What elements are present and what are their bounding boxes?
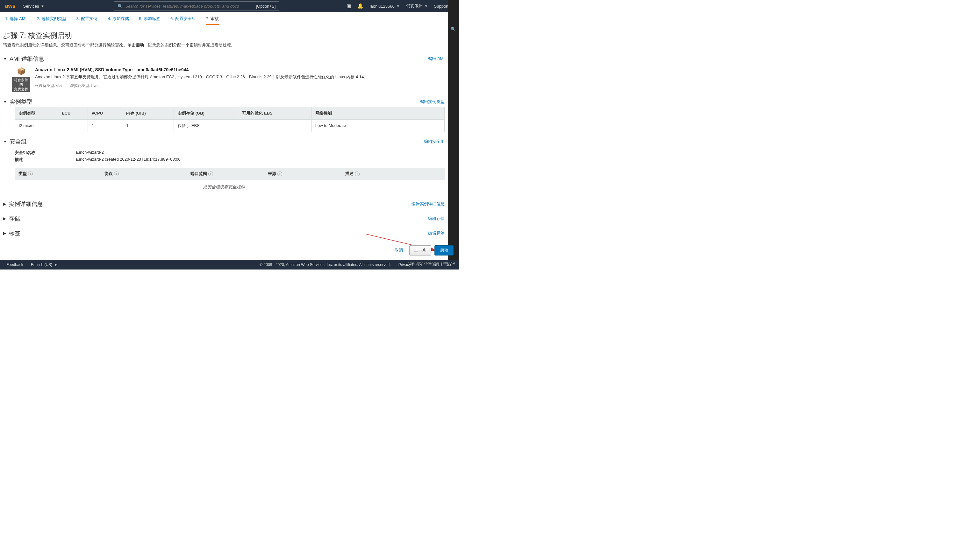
- wizard-step-7[interactable]: 7. 审核: [206, 16, 219, 25]
- caret-down-icon: ▼: [425, 5, 428, 8]
- page-title: 步骤 7: 核查实例启动: [3, 31, 445, 40]
- wizard-step-2[interactable]: 2. 选择实例类型: [37, 16, 66, 25]
- section-instance-details: ▶ 实例详细信息 编辑实例详细信息: [3, 199, 445, 209]
- table-row: t2.micro - 1 1 仅限于 EBS - Low to Moderate: [15, 119, 445, 132]
- sg-desc-value: launch-wizard-2 created 2020-12-23T18:14…: [75, 157, 181, 162]
- launch-button[interactable]: 启动: [435, 245, 453, 255]
- root-device-type: 根设备类型: ebs: [35, 83, 62, 88]
- bell-icon[interactable]: 🔔: [357, 3, 363, 9]
- bottom-footer: Feedback English (US) ▼ © 2008 - 2020, A…: [0, 260, 459, 269]
- expand-icon[interactable]: ▶: [3, 231, 6, 235]
- services-menu[interactable]: Services ▼: [23, 4, 44, 9]
- table-header-row: 类型i 协议i 端口范围i 来源i 描述i: [15, 168, 445, 180]
- edit-storage-link[interactable]: 编辑存储: [428, 216, 445, 221]
- search-wrap: 🔍 [Option+S]: [114, 1, 279, 11]
- expand-icon[interactable]: ▶: [3, 202, 6, 206]
- sg-name-label: 安全组名称: [15, 150, 75, 156]
- wizard-steps: 1. 选择 AMI 2. 选择实例类型 3. 配置实例 4. 添加存储 5. 添…: [0, 12, 448, 29]
- ami-description: Amazon Linux 2 享有五年支持服务。它通过附加部分提供针对 Amaz…: [35, 74, 445, 80]
- section-title-security: 安全组: [9, 138, 27, 145]
- wizard-step-3[interactable]: 3. 配置实例: [76, 16, 98, 25]
- language-selector[interactable]: English (US) ▼: [31, 263, 57, 267]
- section-ami: ▼ AMI 详细信息 编辑 AMI 📦 符合条件的 免费套餐 Amazon Li…: [3, 54, 445, 92]
- section-instance-type: ▼ 实例类型 编辑实例类型 实例类型 ECU vCPU 内存 (GiB) 实例存…: [3, 97, 445, 132]
- support-label: Support: [434, 4, 449, 9]
- section-title-details: 实例详细信息: [9, 200, 43, 208]
- instance-type-table: 实例类型 ECU vCPU 内存 (GiB) 实例存储 (GB) 可用的优化 E…: [15, 107, 445, 132]
- info-icon[interactable]: i: [208, 172, 213, 176]
- section-title-instance-type: 实例类型: [9, 98, 33, 106]
- wizard-step-4[interactable]: 4. 添加存储: [108, 16, 129, 25]
- cloudshell-icon[interactable]: ▣: [346, 3, 351, 9]
- side-dock: 🔍: [448, 0, 459, 269]
- section-title-ami: AMI 详细信息: [9, 55, 44, 63]
- search-input[interactable]: [125, 4, 256, 9]
- username-label: laoniu123666: [370, 4, 395, 9]
- collapse-icon[interactable]: ▼: [3, 57, 7, 61]
- search-box[interactable]: 🔍 [Option+S]: [114, 1, 279, 11]
- region-label: 俄亥俄州: [406, 3, 423, 9]
- edit-tags-link[interactable]: 编辑标签: [428, 230, 445, 236]
- info-icon[interactable]: i: [114, 172, 119, 176]
- edit-security-link[interactable]: 编辑安全组: [424, 139, 445, 144]
- wizard-step-5[interactable]: 5. 添加标签: [139, 16, 160, 25]
- sg-name-value: launch-wizard-2: [75, 150, 104, 156]
- footer-buttons: 取消 上一步 启动: [391, 245, 453, 255]
- collapse-icon[interactable]: ▼: [3, 139, 7, 144]
- aws-logo[interactable]: aws: [5, 3, 16, 9]
- sg-empty-message: 此安全组没有安全规则: [3, 180, 445, 194]
- edit-instance-type-link[interactable]: 编辑实例类型: [420, 99, 445, 105]
- collapse-icon[interactable]: ▼: [3, 100, 7, 104]
- free-tier-badge: 符合条件的 免费套餐: [12, 77, 30, 92]
- region-menu[interactable]: 俄亥俄州 ▼: [406, 3, 428, 9]
- expand-icon[interactable]: ▶: [3, 217, 6, 221]
- edit-ami-link[interactable]: 编辑 AMI: [428, 56, 445, 62]
- page-description: 请查看您实例启动的详细信息。您可返回对每个部分进行编辑更改。单击启动，以为您的实…: [3, 42, 445, 48]
- section-storage: ▶ 存储 编辑存储: [3, 213, 445, 224]
- ami-title: Amazon Linux 2 AMI (HVM), SSD Volume Typ…: [35, 67, 445, 72]
- main-content: 步骤 7: 核查实例启动 请查看您实例启动的详细信息。您可返回对每个部分进行编辑…: [0, 29, 448, 238]
- search-icon: 🔍: [118, 4, 123, 9]
- cancel-button[interactable]: 取消: [391, 246, 406, 255]
- services-label: Services: [23, 4, 39, 9]
- copyright-text: © 2008 - 2020, Amazon Web Services, Inc.…: [259, 263, 391, 267]
- aws-header: aws Services ▼ 🔍 [Option+S] ▣ 🔔 laoniu12…: [0, 0, 459, 12]
- caret-down-icon: ▼: [41, 5, 44, 8]
- caret-down-icon: ▼: [54, 263, 57, 267]
- virtualization-type: 虚拟化类型: hvm: [70, 83, 98, 88]
- watermark: https://blog.csdn.net/u_41389354: [408, 261, 455, 265]
- section-security-group: ▼ 安全组 编辑安全组 安全组名称 launch-wizard-2 描述 lau…: [3, 136, 445, 194]
- info-icon[interactable]: i: [28, 172, 33, 176]
- sg-desc-label: 描述: [15, 157, 75, 162]
- previous-button[interactable]: 上一步: [409, 245, 431, 255]
- section-title-storage: 存储: [9, 215, 20, 223]
- table-header-row: 实例类型 ECU vCPU 内存 (GiB) 实例存储 (GB) 可用的优化 E…: [15, 107, 445, 119]
- account-menu[interactable]: laoniu123666 ▼: [370, 4, 400, 9]
- info-icon[interactable]: i: [355, 172, 360, 176]
- wizard-step-6[interactable]: 6. 配置安全组: [171, 16, 196, 25]
- security-rules-table: 类型i 协议i 端口范围i 来源i 描述i: [15, 168, 445, 180]
- info-icon[interactable]: i: [278, 172, 282, 176]
- search-icon[interactable]: 🔍: [448, 27, 459, 31]
- section-tags: ▶ 标签 编辑标签: [3, 228, 445, 238]
- section-title-tags: 标签: [9, 229, 20, 237]
- wizard-step-1[interactable]: 1. 选择 AMI: [5, 16, 26, 25]
- caret-down-icon: ▼: [397, 5, 400, 8]
- ami-cube-icon: 📦: [17, 67, 25, 76]
- feedback-link[interactable]: Feedback: [6, 263, 23, 267]
- header-right: ▣ 🔔 laoniu123666 ▼ 俄亥俄州 ▼ Support ▼: [346, 3, 453, 9]
- edit-details-link[interactable]: 编辑实例详细信息: [411, 201, 445, 207]
- search-shortcut: [Option+S]: [256, 4, 276, 9]
